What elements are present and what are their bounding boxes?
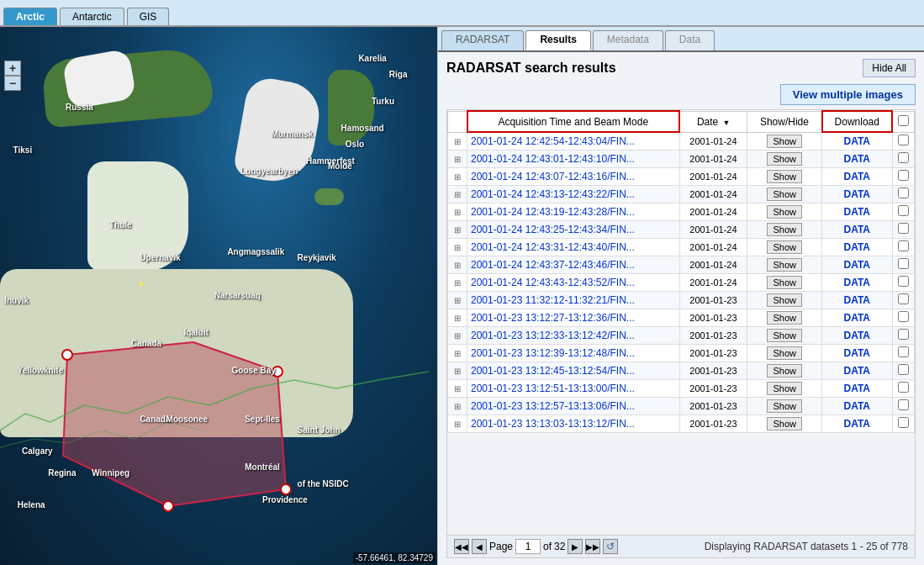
tab-data[interactable]: Data [665,30,715,50]
show-hide-button[interactable]: Show [767,329,802,342]
acquisition-link[interactable]: 2001-01-24 12:42:54-12:43:04/FIN... [471,135,635,147]
row-expand-icon[interactable]: ⊞ [451,260,463,271]
tab-results[interactable]: Results [525,30,590,50]
data-download-link[interactable]: DATA [843,153,870,165]
row-expand-icon[interactable]: ⊞ [451,277,463,288]
data-download-link[interactable]: DATA [843,259,870,271]
show-hide-button[interactable]: Show [767,187,802,201]
data-download-link[interactable]: DATA [843,277,870,288]
acquisition-link[interactable]: 2001-01-23 13:12:27-13:12:36/FIN... [471,312,635,324]
show-hide-button[interactable]: Show [767,170,802,183]
show-hide-button[interactable]: Show [767,399,802,413]
row-expand-icon[interactable]: ⊞ [451,313,463,324]
row-checkbox[interactable] [898,276,909,287]
row-checkbox[interactable] [898,205,909,216]
acquisition-link[interactable]: 2001-01-24 12:43:19-12:43:28/FIN... [471,206,635,218]
data-download-link[interactable]: DATA [843,171,870,182]
row-expand-icon[interactable]: ⊞ [451,172,463,182]
results-table-wrap[interactable]: Acquisition Time and Beam Mode Date ▼ Sh… [446,109,916,536]
data-download-link[interactable]: DATA [843,418,870,430]
page-input[interactable] [515,539,541,554]
row-expand-icon[interactable]: ⊞ [451,189,463,200]
show-hide-button[interactable]: Show [767,258,802,272]
row-checkbox[interactable] [898,135,909,145]
show-hide-button[interactable]: Show [767,240,802,254]
col-select-all[interactable] [892,111,915,132]
row-checkbox[interactable] [898,382,909,393]
col-acquisition-time[interactable]: Acquisition Time and Beam Mode [467,111,680,132]
acquisition-link[interactable]: 2001-01-23 11:32:12-11:32:21/FIN... [471,294,635,306]
acquisition-link[interactable]: 2001-01-23 13:12:51-13:13:00/FIN... [471,383,635,394]
data-download-link[interactable]: DATA [843,135,870,147]
show-hide-button[interactable]: Show [767,417,802,430]
row-expand-icon[interactable]: ⊞ [451,330,463,341]
show-hide-button[interactable]: Show [767,223,802,236]
row-expand-icon[interactable]: ⊞ [451,242,463,253]
acquisition-link[interactable]: 2001-01-23 13:12:39-13:12:48/FIN... [471,347,635,359]
acquisition-link[interactable]: 2001-01-23 13:13:03-13:13:12/FIN... [471,418,635,430]
row-expand-icon[interactable]: ⊞ [451,295,463,306]
data-download-link[interactable]: DATA [843,241,870,253]
tab-antarctic[interactable]: Antarctic [60,8,124,25]
acquisition-link[interactable]: 2001-01-24 12:43:01-12:43:10/FIN... [471,153,635,165]
view-multiple-images-button[interactable]: View multiple images [780,84,916,105]
acquisition-link[interactable]: 2001-01-24 12:43:07-12:43:16/FIN... [471,171,635,182]
acquisition-link[interactable]: 2001-01-24 12:43:25-12:43:34/FIN... [471,224,635,235]
show-hide-button[interactable]: Show [767,293,802,307]
show-hide-button[interactable]: Show [767,346,802,360]
show-hide-button[interactable]: Show [767,276,802,289]
row-expand-icon[interactable]: ⊞ [451,366,463,377]
tab-arctic[interactable]: Arctic [3,8,57,25]
row-expand-icon[interactable]: ⊞ [451,207,463,218]
prev-page-button[interactable]: ◀ [472,539,487,554]
acquisition-link[interactable]: 2001-01-24 12:43:43-12:43:52/FIN... [471,277,635,288]
row-expand-icon[interactable]: ⊞ [451,154,463,165]
row-checkbox[interactable] [898,240,909,251]
row-expand-icon[interactable]: ⊞ [451,348,463,359]
show-hide-button[interactable]: Show [767,135,802,148]
acquisition-link[interactable]: 2001-01-23 13:12:45-13:12:54/FIN... [471,365,635,377]
data-download-link[interactable]: DATA [843,400,870,412]
row-expand-icon[interactable]: ⊞ [451,401,463,412]
tab-gis[interactable]: GIS [127,8,170,25]
row-checkbox[interactable] [898,346,909,357]
hide-all-button[interactable]: Hide All [863,59,916,77]
row-checkbox[interactable] [898,170,909,181]
data-download-link[interactable]: DATA [843,294,870,306]
row-checkbox[interactable] [898,187,909,198]
next-page-button[interactable]: ▶ [568,539,583,554]
refresh-button[interactable]: ↺ [603,539,618,554]
col-date[interactable]: Date ▼ [679,111,747,132]
row-expand-icon[interactable]: ⊞ [451,136,463,147]
data-download-link[interactable]: DATA [843,206,870,218]
zoom-out-button[interactable]: − [4,76,21,91]
first-page-button[interactable]: ◀◀ [454,539,469,554]
show-hide-button[interactable]: Show [767,152,802,166]
data-download-link[interactable]: DATA [843,224,870,235]
data-download-link[interactable]: DATA [843,188,870,200]
row-checkbox[interactable] [898,329,909,340]
row-checkbox[interactable] [898,364,909,375]
row-checkbox[interactable] [898,417,909,428]
select-all-checkbox[interactable] [898,115,909,126]
zoom-in-button[interactable]: + [4,61,21,76]
show-hide-button[interactable]: Show [767,205,802,219]
row-checkbox[interactable] [898,311,909,322]
show-hide-button[interactable]: Show [767,382,802,395]
data-download-link[interactable]: DATA [843,330,870,341]
last-page-button[interactable]: ▶▶ [585,539,600,554]
acquisition-link[interactable]: 2001-01-24 12:43:31-12:43:40/FIN... [471,241,635,253]
tab-radarsat[interactable]: RADARSAT [441,30,524,50]
acquisition-link[interactable]: 2001-01-23 13:12:33-13:12:42/FIN... [471,330,635,341]
row-expand-icon[interactable]: ⊞ [451,224,463,235]
row-expand-icon[interactable]: ⊞ [451,419,463,430]
data-download-link[interactable]: DATA [843,347,870,359]
row-checkbox[interactable] [898,293,909,304]
show-hide-button[interactable]: Show [767,364,802,378]
row-checkbox[interactable] [898,258,909,269]
tab-metadata[interactable]: Metadata [593,30,663,50]
acquisition-link[interactable]: 2001-01-24 12:43:13-12:43:22/FIN... [471,188,635,200]
show-hide-button[interactable]: Show [767,311,802,325]
acquisition-link[interactable]: 2001-01-24 12:43:37-12:43:46/FIN... [471,259,635,271]
acquisition-link[interactable]: 2001-01-23 13:12:57-13:13:06/FIN... [471,400,635,412]
